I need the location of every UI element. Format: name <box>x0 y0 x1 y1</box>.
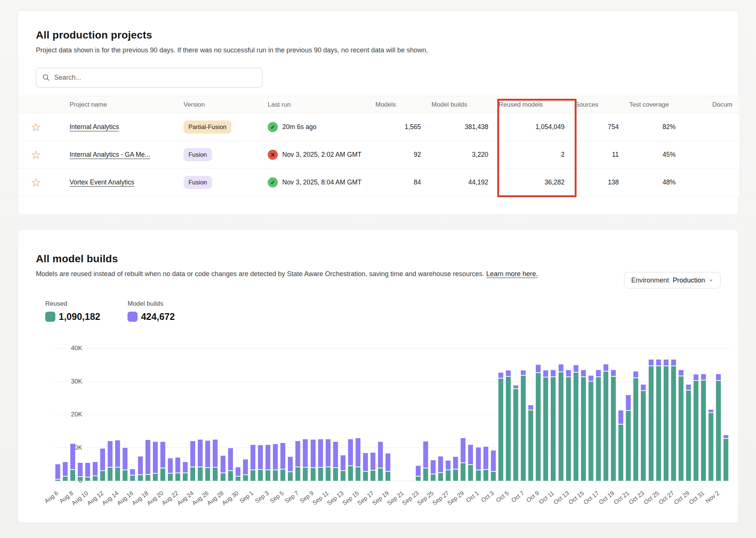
bar-segment-reused[interactable] <box>153 474 158 481</box>
bar-segment-model-builds[interactable] <box>273 444 278 470</box>
bar-segment-model-builds[interactable] <box>536 365 541 373</box>
bar-segment-reused[interactable] <box>709 413 713 481</box>
bar-segment-model-builds[interactable] <box>108 441 113 468</box>
bar-segment-reused[interactable] <box>423 468 428 481</box>
favorite-star-icon[interactable]: ☆ <box>18 149 43 161</box>
bar-segment-reused[interactable] <box>686 391 691 481</box>
bar-segment-model-builds[interactable] <box>664 360 669 366</box>
bar-segment-reused[interactable] <box>108 468 113 481</box>
bar-segment-reused[interactable] <box>559 372 563 481</box>
bar-segment-reused[interactable] <box>656 366 661 481</box>
bar-segment-reused[interactable] <box>506 377 511 481</box>
bar-segment-model-builds[interactable] <box>221 456 225 473</box>
search-input[interactable] <box>36 68 262 88</box>
bar-segment-model-builds[interactable] <box>311 440 316 468</box>
bar-segment-reused[interactable] <box>251 470 255 481</box>
bar-segment-model-builds[interactable] <box>63 462 68 477</box>
bar-segment-model-builds[interactable] <box>326 439 331 467</box>
bar-segment-model-builds[interactable] <box>303 439 308 468</box>
bar-segment-model-builds[interactable] <box>618 410 623 425</box>
bar-segment-model-builds[interactable] <box>543 370 548 377</box>
bar-segment-model-builds[interactable] <box>574 365 578 372</box>
bar-segment-reused[interactable] <box>626 411 631 481</box>
bar-segment-reused[interactable] <box>596 377 601 481</box>
bar-segment-model-builds[interactable] <box>461 438 465 463</box>
bar-segment-reused[interactable] <box>461 463 465 481</box>
bar-segment-model-builds[interactable] <box>701 374 706 380</box>
bar-segment-model-builds[interactable] <box>656 360 661 366</box>
bar-segment-reused[interactable] <box>671 366 676 481</box>
bar-segment-reused[interactable] <box>438 473 443 481</box>
bar-segment-model-builds[interactable] <box>551 370 556 377</box>
bar-segment-reused[interactable] <box>694 381 698 481</box>
bar-segment-reused[interactable] <box>311 468 316 481</box>
bar-segment-reused[interactable] <box>78 477 83 481</box>
bar-segment-reused[interactable] <box>123 470 127 481</box>
bar-segment-reused[interactable] <box>543 377 548 481</box>
bar-segment-model-builds[interactable] <box>251 445 255 470</box>
bar-segment-model-builds[interactable] <box>723 435 728 439</box>
bar-segment-reused[interactable] <box>611 377 616 481</box>
bar-segment-model-builds[interactable] <box>70 444 75 470</box>
bar-segment-reused[interactable] <box>228 471 233 481</box>
bar-segment-reused[interactable] <box>649 366 654 481</box>
bar-segment-model-builds[interactable] <box>716 374 721 381</box>
bar-segment-model-builds[interactable] <box>483 447 488 470</box>
bar-segment-model-builds[interactable] <box>385 453 390 472</box>
project-name-link[interactable]: Internal Analytics - GA Me... <box>70 151 150 158</box>
bar-segment-reused[interactable] <box>55 480 60 481</box>
bar-segment-model-builds[interactable] <box>686 385 691 391</box>
bar-segment-model-builds[interactable] <box>438 456 443 473</box>
bar-segment-model-builds[interactable] <box>603 364 608 372</box>
bar-segment-model-builds[interactable] <box>559 364 563 372</box>
bar-segment-reused[interactable] <box>243 475 248 481</box>
bar-segment-model-builds[interactable] <box>679 370 683 377</box>
bar-segment-model-builds[interactable] <box>236 467 240 477</box>
bar-segment-model-builds[interactable] <box>280 443 285 470</box>
bar-segment-reused[interactable] <box>205 468 210 481</box>
bar-segment-reused[interactable] <box>93 476 98 481</box>
bar-segment-model-builds[interactable] <box>356 438 360 467</box>
bar-segment-reused[interactable] <box>716 381 721 481</box>
bar-segment-reused[interactable] <box>288 472 293 481</box>
bar-segment-model-builds[interactable] <box>626 395 631 411</box>
bar-segment-reused[interactable] <box>664 366 669 481</box>
bar-segment-reused[interactable] <box>280 470 285 481</box>
bar-segment-reused[interactable] <box>70 470 75 481</box>
bar-segment-reused[interactable] <box>551 377 556 481</box>
bar-segment-model-builds[interactable] <box>491 450 496 472</box>
bar-segment-reused[interactable] <box>356 467 360 481</box>
bar-segment-reused[interactable] <box>115 468 120 481</box>
bar-segment-model-builds[interactable] <box>160 442 165 469</box>
bar-segment-reused[interactable] <box>641 391 646 481</box>
bar-segment-reused[interactable] <box>483 470 488 481</box>
bar-segment-reused[interactable] <box>348 466 353 481</box>
bar-segment-reused[interactable] <box>536 373 541 481</box>
bar-segment-reused[interactable] <box>273 470 278 481</box>
bar-segment-model-builds[interactable] <box>581 370 586 377</box>
bar-segment-model-builds[interactable] <box>709 410 713 413</box>
bar-segment-reused[interactable] <box>566 377 571 481</box>
bar-segment-model-builds[interactable] <box>446 461 451 470</box>
bar-segment-model-builds[interactable] <box>371 453 375 471</box>
bar-segment-model-builds[interactable] <box>521 370 526 375</box>
bar-segment-reused[interactable] <box>446 470 451 481</box>
bar-segment-model-builds[interactable] <box>363 453 368 472</box>
bar-segment-reused[interactable] <box>581 377 586 481</box>
bar-segment-reused[interactable] <box>183 473 188 481</box>
bar-segment-model-builds[interactable] <box>138 456 143 475</box>
bar-segment-reused[interactable] <box>498 379 503 481</box>
bar-segment-model-builds[interactable] <box>295 441 300 467</box>
bar-segment-model-builds[interactable] <box>341 455 345 471</box>
bar-segment-model-builds[interactable] <box>205 441 210 468</box>
bar-segment-model-builds[interactable] <box>649 360 654 366</box>
bar-segment-reused[interactable] <box>145 475 150 481</box>
bar-segment-model-builds[interactable] <box>78 463 83 477</box>
bar-segment-reused[interactable] <box>100 471 105 481</box>
bar-segment-model-builds[interactable] <box>348 439 353 466</box>
bar-segment-model-builds[interactable] <box>453 457 458 470</box>
bar-segment-reused[interactable] <box>85 477 90 481</box>
bar-segment-reused[interactable] <box>468 465 473 481</box>
bar-segment-reused[interactable] <box>236 477 240 481</box>
bar-segment-reused[interactable] <box>371 471 375 481</box>
